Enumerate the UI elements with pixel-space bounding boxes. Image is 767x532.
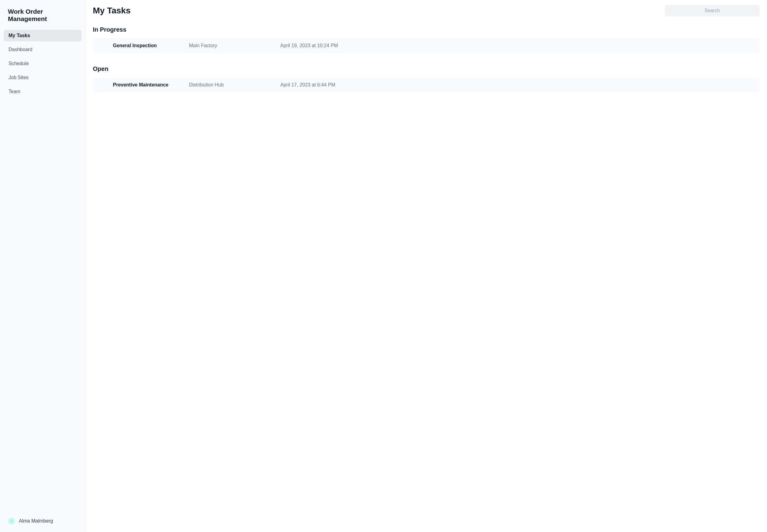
sidebar-item-schedule[interactable]: Schedule [4, 58, 82, 69]
task-name: Preventive Maintenance [113, 82, 189, 88]
task-row[interactable]: General Inspection Main Factory April 19… [93, 38, 760, 53]
user-name: Alma Malmberg [19, 518, 53, 524]
sidebar-item-team[interactable]: Team [4, 86, 82, 97]
main-header: My Tasks [93, 5, 760, 16]
section-title: In Progress [93, 26, 760, 33]
main-content: My Tasks In Progress General Inspection … [86, 0, 767, 532]
sidebar-item-my-tasks[interactable]: My Tasks [4, 30, 82, 41]
task-location: Distribution Hub [189, 82, 280, 88]
app-title: Work Order Management [4, 4, 82, 30]
sidebar: Work Order Management My Tasks Dashboard… [0, 0, 86, 532]
section-open: Open Preventive Maintenance Distribution… [93, 65, 760, 93]
sidebar-user[interactable]: A Alma Malmberg [4, 514, 82, 528]
sidebar-nav: My Tasks Dashboard Schedule Job Sites Te… [4, 30, 82, 514]
page-title: My Tasks [93, 6, 131, 16]
sidebar-item-dashboard[interactable]: Dashboard [4, 44, 82, 55]
section-title: Open [93, 65, 760, 72]
task-row[interactable]: Preventive Maintenance Distribution Hub … [93, 77, 760, 93]
task-datetime: April 17, 2023 at 6:44 PM [280, 82, 752, 88]
task-name: General Inspection [113, 43, 189, 48]
task-location: Main Factory [189, 43, 280, 48]
section-in-progress: In Progress General Inspection Main Fact… [93, 26, 760, 53]
avatar: A [8, 517, 15, 525]
task-datetime: April 19, 2023 at 10:24 PM [280, 43, 752, 48]
sidebar-item-job-sites[interactable]: Job Sites [4, 72, 82, 83]
search-input[interactable] [665, 5, 760, 16]
